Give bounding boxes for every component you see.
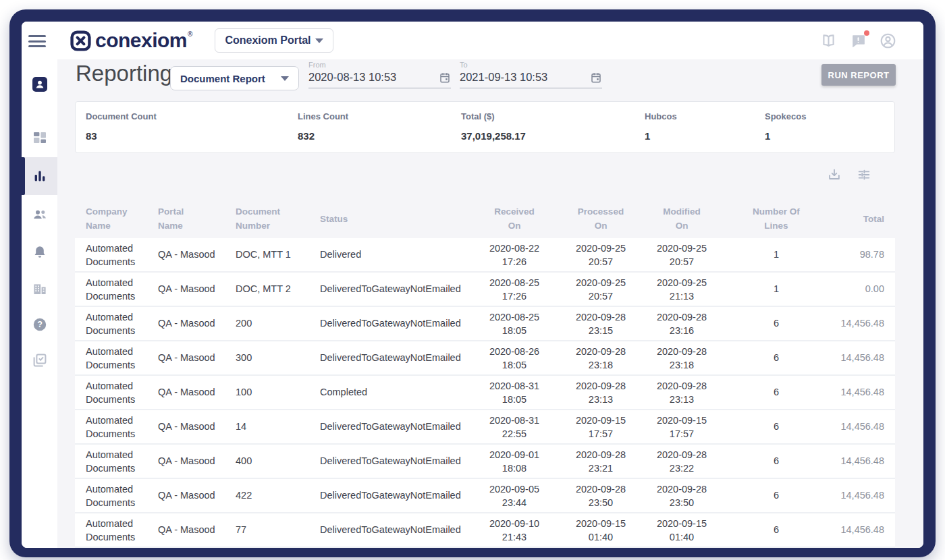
- column-header-received: ReceivedOn: [465, 204, 564, 233]
- sidebar-item-dashboard[interactable]: [22, 119, 57, 157]
- sidebar-item-profile[interactable]: [22, 65, 57, 103]
- table-row[interactable]: Automated DocumentsQA - MasoodDOC, MTT 1…: [75, 238, 895, 273]
- cell-company: Automated Documents: [75, 379, 158, 406]
- portal-selector-label: Conexiom Portal: [225, 34, 310, 47]
- cell-lines: 1: [726, 283, 827, 296]
- cell-doc: 400: [236, 455, 320, 468]
- logo-text: conexiom: [95, 29, 187, 52]
- cell-company: Automated Documents: [75, 276, 158, 303]
- cell-status: DeliveredToGatewayNotEmailed: [320, 352, 465, 364]
- table-row[interactable]: Automated DocumentsQA - Masood14Delivere…: [75, 410, 895, 445]
- profile-badge-icon: [32, 76, 48, 92]
- cell-received: 2020-08-2517:26: [465, 276, 564, 303]
- cell-doc: 200: [236, 317, 320, 330]
- sidebar-item-tasks[interactable]: [22, 341, 57, 379]
- menu-icon[interactable]: [28, 35, 46, 47]
- table-toolbar: [827, 167, 871, 182]
- cell-portal: QA - Masood: [158, 352, 236, 364]
- calendar-icon[interactable]: [439, 72, 451, 84]
- cell-portal: QA - Masood: [158, 524, 236, 536]
- portal-selector[interactable]: Conexiom Portal: [215, 28, 333, 53]
- documentation-icon[interactable]: [820, 32, 837, 49]
- stat-total: Total ($) 37,019,258.17: [451, 102, 634, 152]
- cell-lines: 6: [726, 317, 827, 330]
- cell-processed: 2020-09-2823:50: [564, 482, 638, 509]
- table-row[interactable]: Automated DocumentsQA - Masood300Deliver…: [75, 341, 895, 376]
- cell-company: Automated Documents: [75, 482, 158, 509]
- cell-portal: QA - Masood: [158, 386, 236, 399]
- chevron-down-icon: [315, 38, 323, 43]
- cell-company: Automated Documents: [75, 414, 158, 441]
- cell-doc: 300: [236, 352, 320, 364]
- sidebar-item-reporting[interactable]: [22, 157, 57, 195]
- cell-processed: 2020-09-2823:13: [564, 379, 638, 406]
- cell-lines: 6: [726, 352, 827, 364]
- cell-modified: 2020-09-1501:40: [638, 517, 726, 544]
- cell-doc: 422: [236, 489, 320, 502]
- cell-status: DeliveredToGatewayNotEmailed: [320, 455, 465, 468]
- cell-received: 2020-08-2217:26: [465, 242, 564, 269]
- table-row[interactable]: Automated DocumentsQA - Masood422Deliver…: [75, 479, 895, 513]
- cell-status: Delivered: [320, 248, 465, 261]
- table-body: Automated DocumentsQA - MasoodDOC, MTT 1…: [75, 238, 895, 548]
- to-label: To: [460, 61, 602, 69]
- users-icon: [32, 206, 48, 223]
- sidebar-item-notifications[interactable]: [22, 233, 57, 271]
- cell-lines: 6: [726, 386, 827, 399]
- table-row[interactable]: Automated DocumentsQA - MasoodDOC, MTT 2…: [75, 273, 895, 307]
- download-icon[interactable]: [827, 167, 842, 182]
- cell-status: DeliveredToGatewayNotEmailed: [320, 283, 465, 296]
- column-header-total: Total: [827, 212, 895, 226]
- stat-document-count: Document Count 83: [76, 102, 288, 152]
- cell-processed: 2020-09-2823:15: [564, 310, 638, 337]
- cell-processed: 2020-09-1501:40: [564, 517, 638, 544]
- cell-portal: QA - Masood: [158, 317, 236, 330]
- feedback-icon[interactable]: [850, 32, 867, 49]
- app-window: conexiom ® Conexiom Portal: [22, 22, 923, 548]
- cell-total: 14,456.48: [827, 420, 895, 433]
- cell-doc: DOC, MTT 2: [236, 283, 320, 296]
- sidebar-item-users[interactable]: [22, 196, 57, 233]
- sidebar-item-company[interactable]: [22, 270, 57, 308]
- summary-stats-card: Document Count 83 Lines Count 832 Total …: [75, 101, 895, 153]
- bar-chart-icon: [32, 168, 48, 184]
- chevron-down-icon: [281, 76, 289, 81]
- cell-doc: 100: [236, 386, 320, 399]
- cell-received: 2020-08-3118:05: [465, 379, 564, 406]
- cell-received: 2020-09-0118:08: [465, 448, 564, 475]
- cell-total: 14,456.48: [827, 386, 895, 399]
- table-row[interactable]: Automated DocumentsQA - Masood200Deliver…: [75, 307, 895, 341]
- calendar-icon[interactable]: [590, 72, 602, 84]
- sidebar-item-help[interactable]: ?: [22, 306, 57, 343]
- help-icon: ?: [32, 316, 48, 333]
- cell-portal: QA - Masood: [158, 489, 236, 502]
- svg-text:?: ?: [37, 320, 43, 329]
- account-icon[interactable]: [880, 32, 896, 49]
- cell-status: Completed: [320, 386, 465, 399]
- cell-status: DeliveredToGatewayNotEmailed: [320, 524, 465, 536]
- cell-company: Automated Documents: [75, 517, 158, 544]
- report-type-selector[interactable]: Document Report: [170, 66, 299, 90]
- cell-received: 2020-09-0523:44: [465, 482, 564, 509]
- cell-portal: QA - Masood: [158, 455, 236, 468]
- table-row[interactable]: Automated DocumentsQA - Masood400Deliver…: [75, 445, 895, 479]
- table-row[interactable]: Automated DocumentsQA - Masood77Delivere…: [75, 513, 895, 548]
- run-report-button[interactable]: RUN REPORT: [821, 64, 896, 86]
- from-value: 2020-08-13 10:53: [308, 71, 396, 84]
- app-frame: conexiom ® Conexiom Portal: [9, 9, 936, 557]
- cell-received: 2020-08-2618:05: [465, 345, 564, 372]
- to-date-field[interactable]: To 2021-09-13 10:53: [460, 61, 602, 88]
- cell-status: DeliveredToGatewayNotEmailed: [320, 420, 465, 433]
- cell-lines: 6: [726, 489, 827, 502]
- report-type-label: Document Report: [180, 73, 265, 84]
- cell-received: 2020-08-2518:05: [465, 310, 564, 337]
- cell-doc: 77: [236, 524, 320, 536]
- column-header-modified: ModifiedOn: [638, 204, 726, 233]
- filter-icon[interactable]: [857, 167, 871, 182]
- column-header-doc: DocumentNumber: [236, 204, 320, 233]
- screen: conexiom ® Conexiom Portal: [0, 0, 945, 560]
- cell-total: 14,456.48: [827, 317, 895, 330]
- from-date-field[interactable]: From 2020-08-13 10:53: [308, 61, 451, 88]
- topbar-icons: [820, 32, 896, 49]
- table-row[interactable]: Automated DocumentsQA - Masood100Complet…: [75, 376, 895, 410]
